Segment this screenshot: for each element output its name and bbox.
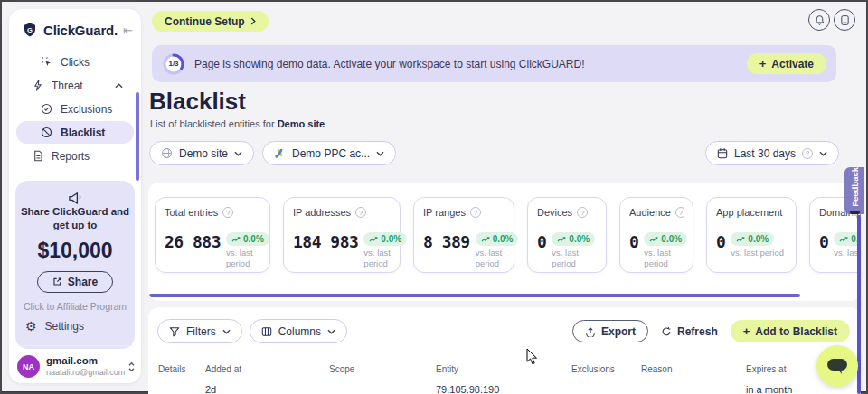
page-subtitle: List of blacklisted entities for Demo si… bbox=[150, 118, 325, 129]
collapse-sidebar-icon[interactable]: ⇤ bbox=[123, 23, 133, 37]
refresh-button[interactable]: Refresh bbox=[656, 324, 723, 339]
sidebar-scrollbar[interactable] bbox=[136, 92, 139, 181]
stat-card-ip-ranges: IP ranges? 8 389 0.0% vs. last period bbox=[413, 197, 514, 273]
share-button-label: Share bbox=[68, 276, 98, 288]
column-header-entity[interactable]: Entity bbox=[436, 364, 458, 374]
stats-panel: Total entries? 26 883 0.0% vs. last peri… bbox=[148, 183, 861, 301]
sidebar-item-threat[interactable]: Threat bbox=[16, 74, 134, 97]
sidebar-nav: Clicks Threat Exclusions bbox=[9, 51, 141, 167]
activate-button[interactable]: + Activate bbox=[747, 53, 826, 74]
share-button[interactable]: Share bbox=[37, 271, 113, 293]
ppc-account-selector[interactable]: Demo PPC ac... bbox=[262, 141, 396, 165]
column-header-added-at[interactable]: Added at bbox=[205, 364, 241, 374]
help-icon[interactable]: ? bbox=[577, 207, 588, 218]
continue-setup-button[interactable]: Continue Setup bbox=[152, 11, 269, 32]
delta-badge: 0.0% bbox=[363, 232, 407, 246]
filters-button[interactable]: Filters bbox=[157, 319, 242, 343]
chevron-down-icon bbox=[327, 329, 335, 334]
add-to-blacklist-button[interactable]: + Add to Blacklist bbox=[731, 320, 850, 342]
help-icon[interactable]: ? bbox=[675, 207, 684, 218]
column-header-expires-at[interactable]: Expires at bbox=[746, 364, 786, 374]
docs-button[interactable] bbox=[834, 9, 855, 31]
delta-badge: 0.0% bbox=[476, 232, 519, 246]
vs-period-label: vs. last period bbox=[363, 248, 391, 269]
trend-up-icon bbox=[649, 236, 658, 243]
refresh-label: Refresh bbox=[677, 325, 718, 338]
trend-up-icon bbox=[231, 236, 241, 243]
banner-message: Page is showing demo data. Activate your… bbox=[194, 58, 585, 70]
stat-label: IP addresses bbox=[293, 207, 351, 218]
stat-value: 0 bbox=[537, 232, 546, 251]
chevron-down-icon bbox=[234, 151, 242, 156]
trend-up-icon bbox=[369, 236, 378, 243]
columns-button[interactable]: Columns bbox=[250, 319, 347, 343]
chevron-up-icon[interactable] bbox=[115, 83, 123, 89]
column-header-details[interactable]: Details bbox=[158, 364, 186, 374]
blacklist-table-panel: Filters Columns Export bbox=[148, 307, 861, 394]
share-text-line1: Share ClickGuard and bbox=[21, 205, 129, 219]
svg-text:G: G bbox=[27, 26, 33, 34]
up-down-chevrons-icon[interactable] bbox=[127, 361, 136, 372]
add-to-blacklist-label: Add to Blacklist bbox=[755, 325, 837, 338]
stats-horizontal-scrollbar[interactable] bbox=[149, 294, 800, 297]
upload-icon bbox=[585, 326, 596, 337]
logo-text: ClickGuard. bbox=[43, 23, 118, 38]
vs-period-label: vs. last period bbox=[731, 248, 784, 258]
settings-label: Settings bbox=[45, 320, 84, 333]
cell-expires-at: in a month bbox=[746, 384, 792, 394]
sidebar-item-reports[interactable]: Reports bbox=[16, 145, 134, 167]
delta-badge: 0.0% bbox=[644, 232, 687, 246]
delta-badge: 0.0% bbox=[552, 232, 595, 246]
table-toolbar: Filters Columns Export bbox=[148, 307, 861, 343]
app-window: G ClickGuard. ⇤ Clicks Threat bbox=[0, 0, 868, 394]
filters-label: Filters bbox=[186, 325, 216, 338]
stat-label: Devices bbox=[537, 207, 572, 218]
help-icon[interactable]: ? bbox=[355, 207, 366, 218]
sidebar-item-settings[interactable]: ⚙ Settings bbox=[25, 320, 84, 333]
scope-filters: Demo site Demo PPC ac... bbox=[149, 141, 396, 165]
delta-badge: 0.0% bbox=[226, 232, 269, 246]
user-account[interactable]: NA gmail.com naatali.ro@gmail.com bbox=[17, 355, 136, 378]
column-header-exclusions[interactable]: Exclusions bbox=[571, 364, 615, 374]
column-header-scope[interactable]: Scope bbox=[329, 364, 354, 374]
column-header-reason[interactable]: Reason bbox=[641, 364, 672, 374]
google-ads-icon bbox=[274, 147, 286, 159]
date-range-selector[interactable]: Last 30 days ? bbox=[705, 141, 839, 165]
stat-value: 0 bbox=[629, 232, 638, 251]
columns-icon bbox=[261, 326, 272, 337]
chevron-down-icon bbox=[222, 329, 231, 334]
help-icon[interactable]: ? bbox=[470, 207, 481, 218]
book-icon bbox=[839, 14, 851, 26]
feedback-icon bbox=[850, 211, 860, 214]
stat-card-ip-addresses: IP addresses? 184 983 0.0% vs. last peri… bbox=[283, 197, 401, 273]
lightning-icon bbox=[33, 80, 43, 91]
share-amount: $10,000 bbox=[37, 239, 112, 263]
columns-label: Columns bbox=[278, 325, 321, 338]
demo-data-banner: 1/3 Page is showing demo data. Activate … bbox=[152, 45, 836, 82]
export-button[interactable]: Export bbox=[572, 320, 648, 342]
trend-up-icon bbox=[481, 236, 490, 243]
affiliate-link[interactable]: Click to Affiliate Program bbox=[24, 301, 127, 312]
block-icon bbox=[41, 127, 52, 138]
check-circle-icon bbox=[41, 103, 52, 115]
nav-label: Threat bbox=[52, 80, 83, 92]
share-text-line2: get up to bbox=[53, 219, 98, 232]
bell-icon bbox=[814, 14, 826, 26]
date-range-label: Last 30 days bbox=[734, 147, 796, 160]
setup-progress-label: 1/3 bbox=[162, 52, 185, 76]
site-selector[interactable]: Demo site bbox=[149, 141, 254, 165]
stat-label: IP ranges bbox=[423, 207, 466, 218]
chat-launcher-button[interactable] bbox=[816, 345, 858, 387]
activate-label: Activate bbox=[771, 58, 814, 70]
sidebar-item-exclusions[interactable]: Exclusions bbox=[16, 98, 134, 120]
sidebar-item-blacklist[interactable]: Blacklist bbox=[16, 121, 134, 144]
help-icon[interactable]: ? bbox=[222, 207, 233, 218]
feedback-tab[interactable]: Feedback bbox=[844, 167, 864, 214]
sidebar-item-clicks[interactable]: Clicks bbox=[16, 51, 134, 73]
stat-value: 0 bbox=[716, 232, 725, 251]
calendar-icon bbox=[717, 147, 728, 159]
stat-card-total-entries: Total entries? 26 883 0.0% vs. last peri… bbox=[155, 197, 270, 273]
user-name: gmail.com bbox=[46, 355, 121, 368]
ppc-account-label: Demo PPC ac... bbox=[292, 147, 370, 160]
notifications-button[interactable] bbox=[808, 9, 830, 31]
